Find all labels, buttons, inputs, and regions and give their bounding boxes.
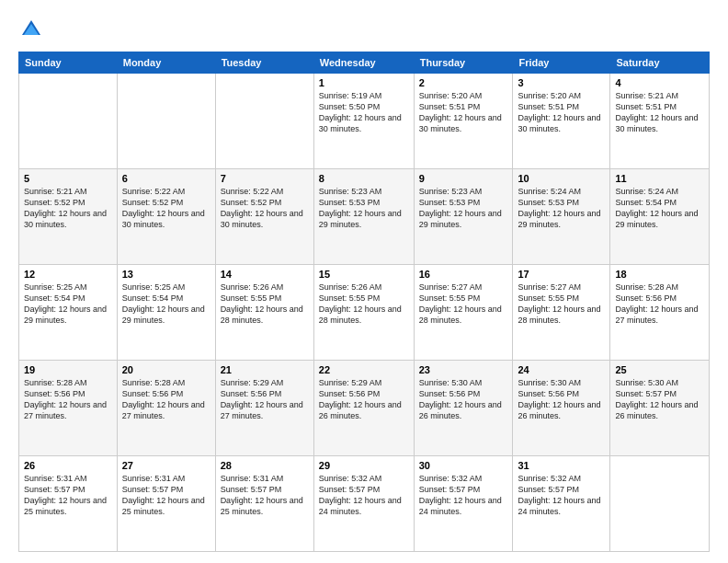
day-number: 2 (419, 77, 508, 88)
day-cell: 5Sunrise: 5:21 AMSunset: 5:52 PMDaylight… (19, 169, 118, 265)
day-cell: 31Sunrise: 5:32 AMSunset: 5:57 PMDayligh… (513, 456, 610, 552)
day-info: Sunrise: 5:22 AMSunset: 5:52 PMDaylight:… (122, 186, 210, 231)
weekday-header-sunday: Sunday (19, 52, 118, 74)
day-number: 24 (518, 364, 605, 375)
day-info: Sunrise: 5:26 AMSunset: 5:55 PMDaylight:… (221, 282, 309, 327)
day-cell: 30Sunrise: 5:32 AMSunset: 5:57 PMDayligh… (414, 456, 513, 552)
day-number: 1 (319, 77, 409, 88)
day-cell: 10Sunrise: 5:24 AMSunset: 5:53 PMDayligh… (513, 169, 610, 265)
day-info: Sunrise: 5:19 AMSunset: 5:50 PMDaylight:… (319, 90, 409, 135)
day-number: 8 (319, 173, 409, 184)
day-number: 29 (319, 460, 409, 471)
week-row-5: 26Sunrise: 5:31 AMSunset: 5:57 PMDayligh… (19, 456, 710, 552)
day-cell (215, 74, 313, 169)
day-info: Sunrise: 5:24 AMSunset: 5:54 PMDaylight:… (615, 186, 704, 231)
weekday-header-friday: Friday (513, 52, 610, 74)
day-info: Sunrise: 5:23 AMSunset: 5:53 PMDaylight:… (419, 186, 508, 231)
day-number: 27 (122, 460, 210, 471)
day-cell: 15Sunrise: 5:26 AMSunset: 5:55 PMDayligh… (313, 265, 414, 361)
day-cell: 4Sunrise: 5:21 AMSunset: 5:51 PMDaylight… (610, 74, 710, 169)
day-cell: 21Sunrise: 5:29 AMSunset: 5:56 PMDayligh… (215, 361, 313, 456)
day-cell: 20Sunrise: 5:28 AMSunset: 5:56 PMDayligh… (117, 361, 215, 456)
day-cell: 28Sunrise: 5:31 AMSunset: 5:57 PMDayligh… (215, 456, 313, 552)
day-info: Sunrise: 5:21 AMSunset: 5:51 PMDaylight:… (615, 90, 704, 135)
weekday-header-row: SundayMondayTuesdayWednesdayThursdayFrid… (19, 52, 710, 74)
day-info: Sunrise: 5:24 AMSunset: 5:53 PMDaylight:… (518, 186, 605, 231)
logo-icon (18, 17, 44, 42)
day-cell: 26Sunrise: 5:31 AMSunset: 5:57 PMDayligh… (19, 456, 118, 552)
day-number: 17 (518, 269, 605, 280)
week-row-3: 12Sunrise: 5:25 AMSunset: 5:54 PMDayligh… (19, 265, 710, 361)
day-cell (19, 74, 118, 169)
day-number: 19 (24, 364, 112, 375)
day-cell: 1Sunrise: 5:19 AMSunset: 5:50 PMDaylight… (313, 74, 414, 169)
day-info: Sunrise: 5:22 AMSunset: 5:52 PMDaylight:… (221, 186, 309, 231)
day-number: 21 (221, 364, 309, 375)
logo (18, 17, 48, 42)
week-row-2: 5Sunrise: 5:21 AMSunset: 5:52 PMDaylight… (19, 169, 710, 265)
day-info: Sunrise: 5:20 AMSunset: 5:51 PMDaylight:… (518, 90, 605, 135)
day-info: Sunrise: 5:29 AMSunset: 5:56 PMDaylight:… (319, 377, 409, 422)
day-info: Sunrise: 5:32 AMSunset: 5:57 PMDaylight:… (518, 473, 605, 518)
day-cell: 2Sunrise: 5:20 AMSunset: 5:51 PMDaylight… (414, 74, 513, 169)
day-info: Sunrise: 5:29 AMSunset: 5:56 PMDaylight:… (221, 377, 309, 422)
day-number: 15 (319, 269, 409, 280)
day-cell: 17Sunrise: 5:27 AMSunset: 5:55 PMDayligh… (513, 265, 610, 361)
week-row-1: 1Sunrise: 5:19 AMSunset: 5:50 PMDaylight… (19, 74, 710, 169)
day-info: Sunrise: 5:27 AMSunset: 5:55 PMDaylight:… (419, 282, 508, 327)
day-info: Sunrise: 5:25 AMSunset: 5:54 PMDaylight:… (24, 282, 112, 327)
day-cell: 16Sunrise: 5:27 AMSunset: 5:55 PMDayligh… (414, 265, 513, 361)
day-number: 13 (122, 269, 210, 280)
day-cell: 11Sunrise: 5:24 AMSunset: 5:54 PMDayligh… (610, 169, 710, 265)
page: SundayMondayTuesdayWednesdayThursdayFrid… (0, 0, 728, 563)
weekday-header-tuesday: Tuesday (215, 52, 313, 74)
day-cell: 8Sunrise: 5:23 AMSunset: 5:53 PMDaylight… (313, 169, 414, 265)
day-number: 6 (122, 173, 210, 184)
day-info: Sunrise: 5:32 AMSunset: 5:57 PMDaylight:… (319, 473, 409, 518)
day-number: 9 (419, 173, 508, 184)
day-info: Sunrise: 5:20 AMSunset: 5:51 PMDaylight:… (419, 90, 508, 135)
day-number: 4 (615, 77, 704, 88)
day-cell: 22Sunrise: 5:29 AMSunset: 5:56 PMDayligh… (313, 361, 414, 456)
day-info: Sunrise: 5:31 AMSunset: 5:57 PMDaylight:… (24, 473, 112, 518)
day-info: Sunrise: 5:27 AMSunset: 5:55 PMDaylight:… (518, 282, 605, 327)
day-number: 20 (122, 364, 210, 375)
day-info: Sunrise: 5:30 AMSunset: 5:57 PMDaylight:… (615, 377, 704, 422)
calendar-table: SundayMondayTuesdayWednesdayThursdayFrid… (18, 52, 710, 552)
day-info: Sunrise: 5:32 AMSunset: 5:57 PMDaylight:… (419, 473, 508, 518)
day-info: Sunrise: 5:31 AMSunset: 5:57 PMDaylight:… (221, 473, 309, 518)
day-cell: 13Sunrise: 5:25 AMSunset: 5:54 PMDayligh… (117, 265, 215, 361)
day-info: Sunrise: 5:31 AMSunset: 5:57 PMDaylight:… (122, 473, 210, 518)
day-cell: 27Sunrise: 5:31 AMSunset: 5:57 PMDayligh… (117, 456, 215, 552)
day-info: Sunrise: 5:26 AMSunset: 5:55 PMDaylight:… (319, 282, 409, 327)
weekday-header-thursday: Thursday (414, 52, 513, 74)
day-number: 14 (221, 269, 309, 280)
day-number: 16 (419, 269, 508, 280)
day-cell: 7Sunrise: 5:22 AMSunset: 5:52 PMDaylight… (215, 169, 313, 265)
weekday-header-monday: Monday (117, 52, 215, 74)
day-cell (117, 74, 215, 169)
day-number: 30 (419, 460, 508, 471)
day-info: Sunrise: 5:21 AMSunset: 5:52 PMDaylight:… (24, 186, 112, 231)
day-number: 10 (518, 173, 605, 184)
day-info: Sunrise: 5:28 AMSunset: 5:56 PMDaylight:… (615, 282, 704, 327)
day-number: 28 (221, 460, 309, 471)
day-info: Sunrise: 5:30 AMSunset: 5:56 PMDaylight:… (419, 377, 508, 422)
day-number: 5 (24, 173, 112, 184)
day-cell (610, 456, 710, 552)
day-info: Sunrise: 5:23 AMSunset: 5:53 PMDaylight:… (319, 186, 409, 231)
day-cell: 18Sunrise: 5:28 AMSunset: 5:56 PMDayligh… (610, 265, 710, 361)
day-cell: 23Sunrise: 5:30 AMSunset: 5:56 PMDayligh… (414, 361, 513, 456)
day-number: 23 (419, 364, 508, 375)
day-cell: 3Sunrise: 5:20 AMSunset: 5:51 PMDaylight… (513, 74, 610, 169)
day-info: Sunrise: 5:25 AMSunset: 5:54 PMDaylight:… (122, 282, 210, 327)
day-number: 7 (221, 173, 309, 184)
day-number: 12 (24, 269, 112, 280)
day-number: 3 (518, 77, 605, 88)
day-number: 22 (319, 364, 409, 375)
day-number: 31 (518, 460, 605, 471)
day-cell: 25Sunrise: 5:30 AMSunset: 5:57 PMDayligh… (610, 361, 710, 456)
day-info: Sunrise: 5:28 AMSunset: 5:56 PMDaylight:… (122, 377, 210, 422)
day-number: 25 (615, 364, 704, 375)
day-cell: 24Sunrise: 5:30 AMSunset: 5:56 PMDayligh… (513, 361, 610, 456)
